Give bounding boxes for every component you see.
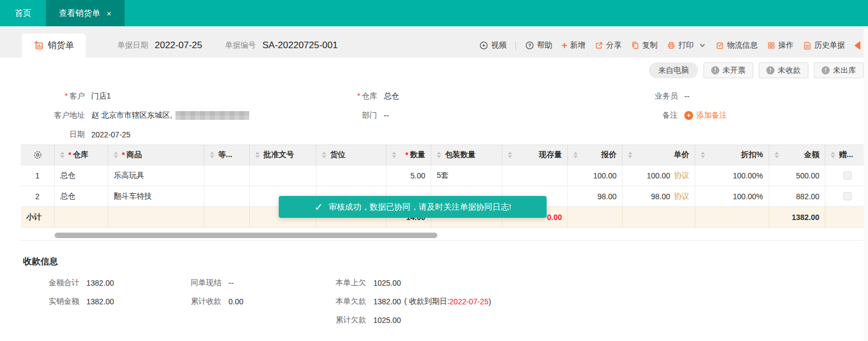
- total-debt-value: 1025.00: [373, 316, 401, 325]
- sort-icon[interactable]: [628, 152, 632, 158]
- header-approval-no[interactable]: 批准文号: [250, 145, 316, 165]
- gift-checkbox[interactable]: [843, 192, 852, 200]
- sort-icon[interactable]: [437, 152, 441, 158]
- help-button[interactable]: ? 帮助: [525, 41, 552, 50]
- customer-field: *客户 门店1: [22, 91, 111, 101]
- uninvoiced-badge[interactable]: ! 未开票: [703, 62, 753, 78]
- warehouse-value[interactable]: 总仓: [384, 91, 399, 101]
- header-grade[interactable]: 等...: [204, 145, 250, 165]
- doc-date-value: 2022-07-25: [155, 40, 202, 51]
- total-debt-item: 累计欠款 1025.00: [325, 315, 401, 325]
- row-number: 1: [21, 165, 55, 186]
- chevron-down-icon[interactable]: [699, 42, 706, 49]
- warehouse-field: *仓库 总仓: [306, 91, 399, 101]
- tab-sales-order-doc[interactable]: 销货单: [22, 33, 86, 57]
- history-button[interactable]: 历史单据: [803, 41, 845, 50]
- sort-icon[interactable]: [210, 152, 214, 158]
- video-button[interactable]: 视频: [479, 41, 506, 50]
- cell-product: 乐高玩具: [108, 165, 204, 186]
- video-icon: [479, 41, 488, 50]
- cell-grade: [204, 165, 250, 186]
- actions-button[interactable]: 操作: [767, 41, 794, 50]
- redacted-address-block: [175, 111, 249, 120]
- subtotal-label: 小计: [21, 207, 55, 227]
- collapse-left-icon[interactable]: [854, 41, 860, 50]
- status-badges: 来自电脑 ! 未开票 ! 未收款 ! 未出库: [649, 62, 864, 78]
- cell-qty: 5.00: [386, 165, 431, 186]
- help-icon: ?: [525, 41, 534, 50]
- plus-circle-icon: +: [684, 111, 693, 120]
- unshipped-badge[interactable]: ! 未出库: [814, 62, 864, 78]
- tab-view-sales-order[interactable]: 查看销货单 ×: [46, 0, 125, 26]
- price-agreement-tag[interactable]: 协议: [674, 192, 689, 201]
- current-debt-item: 本单欠款 1382.00 ( 收款到期日: 2022-07-25 ): [325, 297, 491, 307]
- add-remark-button[interactable]: + 添加备注: [684, 111, 727, 120]
- logistics-icon: [715, 41, 724, 50]
- customer-value[interactable]: 门店1: [91, 91, 111, 101]
- toolbar-divider: [515, 42, 516, 50]
- unpaid-badge[interactable]: ! 未收款: [759, 62, 808, 78]
- logistics-button[interactable]: 物流信息: [715, 41, 758, 50]
- cell-stock: [502, 165, 568, 186]
- received-item: 累计收款 0.00: [180, 297, 243, 307]
- due-date-prefix: ( 收款到期日:: [404, 297, 449, 307]
- customer-address-field: 客户地址 赵 北京市市辖区东城区,: [22, 111, 249, 120]
- actual-amount-item: 实销金额 1382.00: [33, 297, 114, 307]
- close-icon[interactable]: ×: [107, 9, 112, 18]
- tab-home-label: 首页: [15, 8, 31, 19]
- sort-icon[interactable]: [322, 152, 326, 158]
- header-discount[interactable]: 折扣%: [695, 145, 769, 165]
- top-tab-bar: 首页 查看销货单 ×: [0, 0, 868, 26]
- due-date-value: 2022-07-25: [449, 297, 489, 306]
- sort-icon[interactable]: [114, 152, 118, 158]
- header-quantity[interactable]: *数量: [386, 145, 431, 165]
- header-location[interactable]: 货位: [316, 145, 386, 165]
- table-row[interactable]: 1 总仓 乐高玩具 5.00 5套 100.00 100.00协议 100.00…: [21, 165, 868, 186]
- horizontal-scrollbar[interactable]: [21, 230, 868, 241]
- cell-unit-price: 98.00协议: [623, 186, 695, 206]
- date-value: 2022-07-25: [91, 130, 131, 139]
- sort-icon[interactable]: [392, 152, 396, 158]
- add-button[interactable]: + 新增: [561, 41, 585, 50]
- sort-icon[interactable]: [775, 152, 779, 158]
- share-button[interactable]: 分享: [595, 41, 621, 50]
- header-unit-price[interactable]: 单价: [623, 145, 695, 165]
- document-toolbar: 销货单 单据日期 2022-07-25 单据编号 SA-20220725-001…: [0, 26, 868, 57]
- salesman-value: --: [684, 92, 689, 101]
- header-quote[interactable]: 报价: [568, 145, 623, 165]
- date-field: 日期 2022-07-25: [22, 130, 131, 140]
- tab-home[interactable]: 首页: [0, 0, 46, 26]
- sort-icon[interactable]: [701, 152, 705, 158]
- subtotal-amount: 1382.00: [769, 207, 825, 227]
- vertical-scrollbar-track[interactable]: [864, 26, 868, 341]
- header-product[interactable]: *商品: [108, 145, 204, 165]
- header-amount[interactable]: 金额: [769, 145, 825, 165]
- toast-message: 审核成功，数据已协同，请及时关注单据协同日志!: [329, 202, 511, 212]
- cell-gift: [825, 186, 868, 206]
- sort-icon[interactable]: [255, 152, 260, 158]
- print-button[interactable]: 打印: [667, 41, 694, 50]
- required-asterisk: *: [357, 91, 360, 100]
- sort-icon[interactable]: [60, 152, 64, 158]
- table-header-row: *仓库 *商品 等... 批准文号 货位 *数量 包装数量 现存量 报价 单价 …: [21, 145, 868, 165]
- header-gift[interactable]: 赠...: [825, 145, 868, 165]
- sort-icon[interactable]: [831, 152, 835, 158]
- toolbar-actions: 视频 ? 帮助 + 新增: [479, 33, 868, 57]
- scrollbar-thumb[interactable]: [55, 233, 437, 238]
- header-package-qty[interactable]: 包装数量: [431, 145, 502, 165]
- received-value: 0.00: [228, 297, 243, 306]
- cell-warehouse: 总仓: [55, 165, 108, 186]
- plus-icon: +: [561, 42, 567, 49]
- remark-field: 备注 + 添加备注: [601, 111, 727, 120]
- copy-button[interactable]: 复制: [631, 41, 658, 50]
- sort-icon[interactable]: [508, 152, 512, 158]
- payment-section-title: 收款信息: [23, 256, 58, 268]
- header-warehouse[interactable]: *仓库: [55, 145, 108, 165]
- sort-icon[interactable]: [573, 152, 578, 158]
- prev-debt-item: 本单上欠 1025.00: [325, 278, 401, 288]
- header-stock[interactable]: 现存量: [502, 145, 568, 165]
- column-settings-button[interactable]: [21, 145, 55, 165]
- price-agreement-tag[interactable]: 协议: [674, 171, 689, 181]
- warning-icon: !: [822, 66, 830, 74]
- gift-checkbox[interactable]: [843, 171, 852, 180]
